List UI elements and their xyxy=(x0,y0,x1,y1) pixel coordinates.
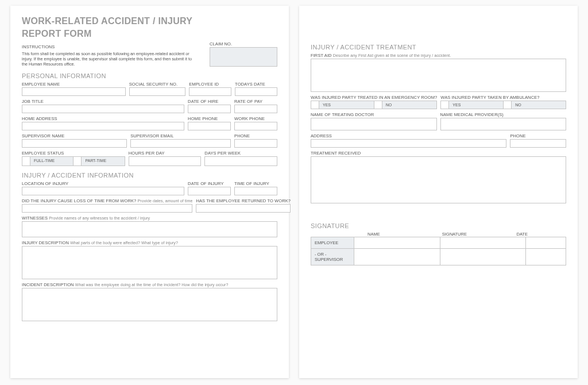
rate-of-pay-label: RATE OF PAY xyxy=(234,99,277,104)
work-phone-label: WORK PHONE xyxy=(234,116,277,121)
witnesses-q: WITNESSES xyxy=(22,215,48,221)
hours-per-day-field[interactable] xyxy=(129,156,202,166)
employee-id-label: EMPLOYEE ID xyxy=(189,82,231,87)
ambulance-options: YES NO xyxy=(440,101,566,109)
returned-field[interactable] xyxy=(196,204,291,213)
todays-date-field[interactable] xyxy=(235,87,277,96)
page-2: INJURY / ACCIDENT TREATMENT FIRST AID De… xyxy=(299,6,578,378)
injury-time-label: TIME OF INJURY xyxy=(234,181,277,186)
injury-time-field[interactable] xyxy=(234,187,277,195)
sig-employee-signature[interactable] xyxy=(440,237,526,249)
supervisor-phone-label: PHONE xyxy=(234,133,277,138)
injury-date-field[interactable] xyxy=(188,187,231,195)
treatment-received-label: TREATMENT RECEIVED xyxy=(311,151,566,156)
form-title-line2: REPORT FORM xyxy=(22,29,206,39)
location-label: LOCATION OF INJURY xyxy=(22,181,184,186)
first-aid-q: FIRST AID xyxy=(311,53,332,58)
first-aid-hint: Describe any First Aid given at the scen… xyxy=(333,53,451,57)
supervisor-name-label: SUPERVISOR NAME xyxy=(22,133,127,138)
treat-phone-field[interactable] xyxy=(510,139,566,148)
er-no-checkbox[interactable] xyxy=(374,101,382,109)
first-aid-field[interactable] xyxy=(311,59,566,92)
full-time-label: FULL-TIME xyxy=(30,157,73,165)
witnesses-field[interactable] xyxy=(22,221,277,237)
treat-phone-label: PHONE xyxy=(510,133,566,138)
ssn-field[interactable] xyxy=(129,87,186,96)
incident-desc-label: INCIDENT DESCRIPTION What was the employ… xyxy=(22,282,277,287)
loss-time-label: DID THE INJURY CAUSE LOSS OF TIME FROM W… xyxy=(22,198,192,203)
amb-no-label: NO xyxy=(512,101,566,109)
returned-label: HAS THE EMPLOYEE RETURNED TO WORK? xyxy=(196,198,291,203)
home-address-field[interactable] xyxy=(22,122,184,130)
location-field[interactable] xyxy=(22,187,184,195)
supervisor-phone-field[interactable] xyxy=(234,139,277,148)
incident-desc-q: INCIDENT DESCRIPTION xyxy=(22,282,74,287)
sig-employee-name[interactable] xyxy=(354,237,440,249)
home-address-label: HOME ADDRESS xyxy=(22,116,184,121)
signature-row-employee: EMPLOYEE xyxy=(311,237,566,249)
provider-label: NAME MEDICAL PROVIDER(S) xyxy=(440,112,567,117)
sig-supervisor-label: - OR - SUPERVISOR xyxy=(311,249,354,265)
amb-yes-checkbox[interactable] xyxy=(441,101,449,109)
personal-info-header: PERSONAL INFORMATION xyxy=(22,72,277,79)
form-title-line1: WORK-RELATED ACCIDENT / INJURY xyxy=(22,16,206,26)
ambulance-question-label: WAS INJURED PARTY TAKEN BY AMBULANCE? xyxy=(440,95,566,100)
doctor-label: NAME OF TREATING DOCTOR xyxy=(311,112,437,117)
employee-id-field[interactable] xyxy=(189,87,231,96)
claim-no-label: CLAIM NO. xyxy=(210,41,277,47)
supervisor-email-label: SUPERVISOR EMAIL xyxy=(130,133,231,138)
sig-date-header: DATE xyxy=(517,232,567,237)
employee-name-field[interactable] xyxy=(22,87,126,96)
instructions-text: This form shall be completed as soon as … xyxy=(22,51,194,67)
days-per-week-label: DAYS PER WEEK xyxy=(204,151,277,156)
signature-column-headers: NAME SIGNATURE DATE xyxy=(311,232,566,237)
injury-desc-hint: What parts of the body were affected? Wh… xyxy=(70,241,178,245)
supervisor-name-field[interactable] xyxy=(22,139,127,148)
claim-no-field[interactable] xyxy=(210,47,277,67)
sig-supervisor-signature[interactable] xyxy=(440,249,526,265)
job-title-field[interactable] xyxy=(22,105,184,113)
rate-of-pay-field[interactable] xyxy=(234,105,277,113)
job-title-label: JOB TITLE xyxy=(22,99,184,104)
sig-supervisor-name[interactable] xyxy=(354,249,440,265)
page-1: WORK-RELATED ACCIDENT / INJURY REPORT FO… xyxy=(10,6,289,378)
injury-desc-field[interactable] xyxy=(22,246,277,279)
supervisor-email-field[interactable] xyxy=(130,139,231,148)
employee-status-options: FULL-TIME PART-TIME xyxy=(22,156,125,166)
witnesses-hint: Provide names of any witnesses to the ac… xyxy=(49,216,150,220)
header-row: WORK-RELATED ACCIDENT / INJURY REPORT FO… xyxy=(22,16,277,67)
treatment-received-field[interactable] xyxy=(311,156,566,203)
doctor-field[interactable] xyxy=(311,118,437,130)
incident-desc-field[interactable] xyxy=(22,288,277,321)
first-aid-label: FIRST AID Describe any First Aid given a… xyxy=(311,53,566,58)
incident-desc-hint: What was the employee doing at the time … xyxy=(75,283,229,287)
home-phone-field[interactable] xyxy=(188,122,231,130)
hours-per-day-label: HOURS PER DAY xyxy=(129,151,202,156)
provider-field[interactable] xyxy=(440,118,567,130)
sig-name-header: NAME xyxy=(354,232,442,237)
home-phone-label: HOME PHONE xyxy=(188,116,231,121)
witnesses-label: WITNESSES Provide names of any witnesses… xyxy=(22,215,277,221)
days-per-week-field[interactable] xyxy=(204,156,277,166)
er-no-label: NO xyxy=(382,101,437,109)
date-of-hire-field[interactable] xyxy=(188,105,231,113)
ssn-label: SOCIAL SECURITY NO. xyxy=(129,82,186,87)
amb-no-checkbox[interactable] xyxy=(504,101,512,109)
signature-row-supervisor: - OR - SUPERVISOR xyxy=(311,249,566,265)
work-phone-field[interactable] xyxy=(234,122,277,130)
treat-address-label: ADDRESS xyxy=(311,133,506,138)
treat-address-field[interactable] xyxy=(311,139,506,148)
sig-employee-date[interactable] xyxy=(526,237,566,249)
injury-desc-q: INJURY DESCRIPTION xyxy=(22,240,69,245)
loss-time-field[interactable] xyxy=(22,204,192,213)
loss-time-hint: Provide dates, amount of time xyxy=(137,199,192,203)
treatment-header: INJURY / ACCIDENT TREATMENT xyxy=(311,44,566,51)
todays-date-label: TODAYS DATE xyxy=(235,82,277,87)
date-of-hire-label: DATE OF HIRE xyxy=(188,99,231,104)
full-time-checkbox[interactable] xyxy=(22,157,30,165)
sig-employee-label: EMPLOYEE xyxy=(311,237,354,249)
sig-supervisor-date[interactable] xyxy=(526,249,566,265)
part-time-checkbox[interactable] xyxy=(74,157,82,165)
er-yes-checkbox[interactable] xyxy=(311,101,319,109)
injury-date-label: DATE OF INJURY xyxy=(188,181,231,186)
